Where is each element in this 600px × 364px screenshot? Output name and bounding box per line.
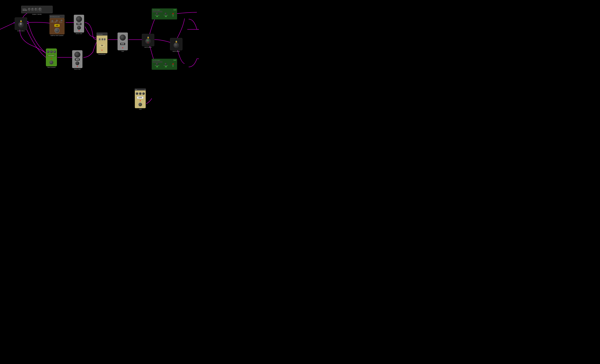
alo1-led6 [161, 11, 162, 12]
gain-main-knob[interactable] [120, 35, 126, 41]
stereo-gain2-mod-badge: MOD [75, 58, 80, 61]
alo1-modbass-knob[interactable] [156, 13, 158, 15]
setbfree-plugin-name: setBFree Whirl Speaker [50, 35, 64, 36]
alo1-bars-label: Bars [172, 14, 174, 15]
alo2-bars-label: Bars [172, 64, 174, 65]
alo2-modbass-knob[interactable] [156, 63, 158, 65]
guitarix-box[interactable]: GUITARIX [46, 48, 57, 66]
stereo-gain2-box[interactable]: MOD [72, 50, 83, 68]
caps-title-text: beat [135, 89, 137, 90]
reverberator-box[interactable]: DELAY DRY WET TAP [96, 36, 107, 53]
setbfree-ctrl3: HF ROTOR [59, 20, 64, 23]
caps-knob1[interactable] [136, 92, 138, 95]
alo1-threshold-label: Threshold [164, 15, 168, 16]
alo1-led4 [158, 11, 159, 12]
alembic-knob-1[interactable] [28, 8, 30, 10]
caps-main-knob[interactable] [138, 103, 142, 106]
reverberator-led [102, 50, 102, 51]
gain-led [122, 47, 123, 48]
switchbox2-knob[interactable] [145, 38, 151, 44]
alo2-leds-row [153, 61, 176, 63]
caps-knobs [136, 92, 145, 95]
gain-plugin: MOD Gain [118, 33, 128, 52]
setbfree-plugin: Bldr Whirly drum drum VOBRATE DRUM LEV H… [49, 15, 65, 36]
alembic-plugin-name: Guitarix / Alembic [32, 14, 42, 15]
alo1-threshold-param: Threshold -40 [164, 13, 168, 17]
alo1-led5 [159, 11, 161, 12]
alembic-knob-1-label: MID [28, 10, 30, 11]
setbfree-main-knob[interactable] [55, 28, 59, 33]
reverberator-delay-knob[interactable] [99, 38, 101, 40]
switchbox2-knob-indicator [148, 39, 148, 41]
alembic-box[interactable]: Guitarix Alembic MID MID EQ DRIVE VOLUME [21, 6, 53, 13]
stereo-gain1-sub-knob[interactable] [77, 26, 81, 30]
alo2-bars-led [172, 64, 174, 64]
switchbox1-output-ports [27, 21, 28, 24]
gain-box[interactable]: MOD [118, 33, 128, 50]
alo2-led2 [154, 61, 156, 63]
switchbox1-box[interactable]: 🔒 [15, 18, 27, 30]
setbfree-x42-badge: x42 [54, 24, 60, 27]
reverberator-dry-label: DRY [102, 40, 103, 41]
caps-close-icon[interactable]: × [145, 89, 145, 90]
switchbox2-box[interactable]: 🔒 [142, 34, 154, 46]
setbfree-box[interactable]: VOBRATE DRUM LEV HF ROTOR x42 [49, 18, 65, 35]
alo1-box[interactable]: devcarmuligam ALO MOD Bass 60 Threshold … [152, 9, 177, 19]
switchbox2-lock-icon: 🔒 [147, 36, 149, 38]
alembic-volume-knob[interactable] [38, 8, 42, 11]
switchbox1-label: SWITCHBOX [17, 30, 25, 32]
switchbox1-lock-icon: 🔒 [20, 20, 22, 22]
stereo-gain1-plugin: MOD Stereo Gain [74, 15, 84, 34]
alo2-modbass-value: 60 [156, 66, 158, 67]
alo2-values-row: MOD Bass 60 Threshold -40 Bars 2 [153, 63, 176, 67]
caps-knob2[interactable] [139, 92, 142, 95]
alo1-header: devcarmuligam ALO [153, 9, 176, 10]
stereo-gain1-box[interactable]: MOD [74, 15, 84, 33]
alo1-leds-row [153, 11, 176, 12]
alo1-modbass-param: MOD Bass 60 [155, 13, 159, 17]
setbfree-small-label1: VOBRATE [50, 22, 54, 23]
reverberator-tap-badge: TAP [100, 45, 104, 46]
stereo-gain2-sub-knob[interactable] [75, 61, 79, 65]
alo1-title-label: ALO [173, 9, 176, 10]
switchbox3-knob[interactable] [173, 43, 179, 48]
alo2-threshold-knob[interactable] [165, 63, 167, 65]
caps-knob3[interactable] [142, 92, 145, 95]
alo2-modbass-param: MOD Bass 60 [155, 63, 159, 67]
guitarix-plugin: GUITARIX Tube Screamer [46, 48, 57, 68]
setbfree-controls-row: VOBRATE DRUM LEV HF ROTOR [50, 20, 64, 23]
reverberator-dry-knob[interactable] [102, 38, 103, 40]
alo2-box[interactable]: devcarmuligam ALO MOD Bass 60 Threshold … [152, 59, 177, 70]
guitarix-knob2[interactable] [50, 50, 53, 53]
reverberator-titlebar: Reverberator [96, 33, 107, 36]
alo2-threshold-value: -40 [165, 66, 167, 67]
guitarix-main-knob[interactable] [49, 61, 53, 64]
switchbox3-box[interactable]: 🔒 [170, 38, 182, 50]
setbfree-small-knob1[interactable] [52, 20, 53, 22]
switchbox1-out-port1 [27, 21, 28, 22]
alembic-knob-3[interactable] [35, 8, 37, 10]
stereo-gain2-main-knob[interactable] [74, 52, 80, 58]
setbfree-ctrl1: VOBRATE [50, 20, 54, 23]
alembic-plugin: Guitarix Alembic MID MID EQ DRIVE VOLUME [21, 6, 53, 15]
guitarix-knob1[interactable] [47, 50, 49, 53]
setbfree-small-knob2[interactable] [56, 20, 58, 21]
caps-box[interactable]: CAPS [135, 91, 146, 108]
alo1-values-row: MOD Bass 60 Threshold -40 Bars 2 [153, 13, 176, 17]
stereo-gain1-main-knob[interactable] [76, 16, 82, 22]
alo1-threshold-knob[interactable] [165, 13, 167, 15]
alo2-plugin: devcarmuligam ALO MOD Bass 60 Threshold … [152, 59, 177, 70]
alo2-title-label: ALO [173, 59, 176, 61]
switchbox2-knob-indicator2 [148, 42, 148, 43]
switchbox2-label: SWITCHBOX [144, 46, 152, 48]
alo2-led4 [158, 61, 159, 63]
caps-led [140, 100, 141, 101]
switchbox1-knob[interactable] [18, 22, 24, 27]
switchbox3-plugin: 🔒 SWITCHBOX [170, 38, 182, 52]
guitarix-brand-badge: GUITARIX [47, 55, 55, 56]
guitarix-knob3[interactable] [53, 50, 56, 53]
reverberator-wet-knob[interactable] [104, 38, 106, 40]
stereo-gain1-mod-badge: MOD [76, 23, 82, 25]
alembic-knob-2[interactable] [31, 8, 34, 10]
setbfree-small-knob3[interactable] [61, 20, 62, 21]
